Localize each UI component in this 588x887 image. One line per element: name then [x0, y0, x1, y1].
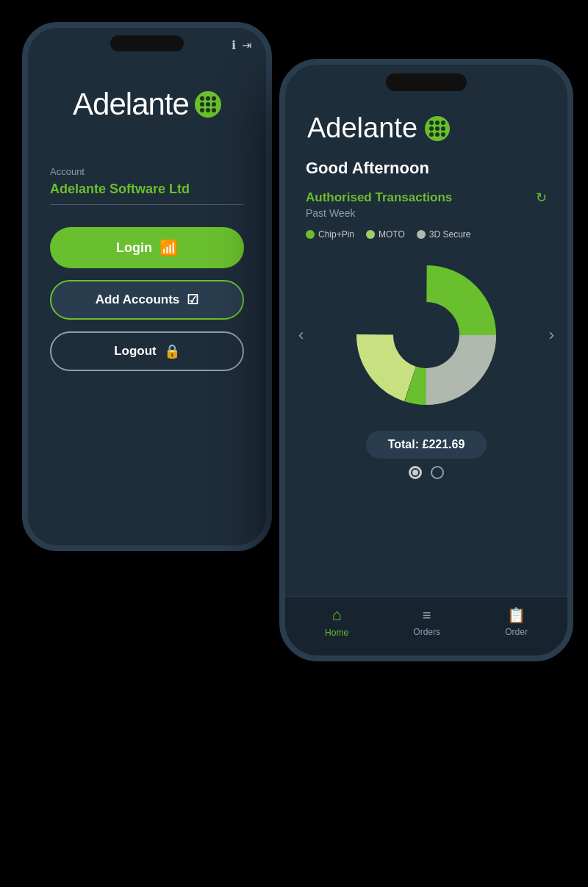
add-accounts-icon: ☑	[187, 292, 198, 308]
fingerprint-icon: 📶	[159, 239, 178, 256]
legend-3d-secure: 3D Secure	[417, 229, 471, 240]
dash-dot-6	[441, 126, 445, 131]
chart-container: ‹ ›	[306, 247, 547, 423]
dash-logo-dot-pattern	[429, 121, 445, 137]
dashboard-content: Good Afternoon Authorised Transactions ↻…	[285, 159, 567, 596]
3d-secure-label: 3D Secure	[429, 229, 471, 240]
section-title: Authorised Transactions	[306, 190, 452, 205]
dot-cell-7	[200, 108, 204, 112]
bottom-navigation: ⌂ Home ≡ Orders 📋 Order	[285, 596, 567, 656]
phone-login: ℹ ⇥ Adelante Account Adel	[22, 22, 272, 551]
dashboard-screen: Adelante Good Afternoon Authorised T	[285, 65, 567, 656]
chart-next-button[interactable]: ›	[549, 326, 554, 345]
greeting-text: Good Afternoon	[306, 159, 547, 178]
chart-prev-button[interactable]: ‹	[298, 326, 304, 345]
order-icon: 📋	[507, 606, 526, 624]
lock-icon: 🔒	[164, 343, 180, 359]
login-logo-area: Adelante	[73, 87, 221, 122]
dot-cell-6	[212, 102, 216, 107]
dot-cell-4	[200, 102, 204, 107]
login-button[interactable]: Login 📶	[50, 227, 244, 268]
login-button-label: Login	[116, 240, 152, 256]
login-logo-text: Adelante	[73, 87, 189, 122]
dot-cell-5	[206, 102, 210, 107]
dot-cell-2	[206, 96, 210, 101]
dash-dot-4	[429, 126, 434, 131]
account-name: Adelante Software Ltd	[50, 182, 244, 205]
logout-button[interactable]: Logout 🔒	[50, 331, 244, 371]
donut-hole	[394, 303, 459, 367]
moto-label: MOTO	[379, 229, 405, 240]
nav-order[interactable]: 📋 Order	[505, 606, 528, 637]
section-title-row: Authorised Transactions ↻	[306, 190, 547, 206]
login-logo-dot	[195, 91, 221, 118]
dash-dot-7	[429, 132, 434, 137]
nav-orders[interactable]: ≡ Orders	[413, 607, 440, 637]
total-badge: Total: £221.69	[366, 431, 487, 459]
dot-cell-8	[206, 108, 210, 112]
orders-label: Orders	[413, 627, 440, 637]
dash-dot-2	[435, 121, 440, 125]
logout-label: Logout	[114, 344, 157, 359]
section-subtitle: Past Week	[306, 207, 547, 219]
legend-moto: MOTO	[366, 229, 405, 240]
moto-dot	[366, 230, 375, 239]
chip-pin-label: Chip+Pin	[318, 229, 354, 240]
login-screen: Adelante Account Adelante Software Ltd	[28, 28, 266, 545]
chart-legend: Chip+Pin MOTO 3D Secure	[306, 229, 547, 240]
indicator-dot-1	[409, 466, 422, 479]
phone-front-notch	[386, 73, 467, 91]
page-indicator	[306, 466, 547, 479]
account-label: Account	[50, 166, 85, 177]
phone-back-notch	[110, 35, 184, 51]
info-icon: ℹ	[232, 38, 236, 52]
login-content: Account Adelante Software Ltd Login 📶 Ad…	[50, 166, 244, 371]
home-label: Home	[325, 628, 348, 638]
legend-chip-pin: Chip+Pin	[306, 229, 354, 240]
dash-dot-1	[429, 121, 434, 125]
dash-dot-8	[435, 132, 440, 137]
dot-cell-1	[200, 96, 204, 101]
status-icons: ℹ ⇥	[232, 38, 251, 52]
dash-dot-5	[435, 126, 440, 131]
home-icon: ⌂	[331, 606, 341, 625]
refresh-icon[interactable]: ↻	[536, 190, 547, 206]
dash-dot-9	[441, 132, 445, 137]
chip-pin-dot	[306, 230, 315, 239]
donut-chart	[345, 254, 507, 416]
indicator-dot-2	[431, 466, 444, 479]
dot-cell-9	[212, 108, 216, 112]
dash-logo-text: Adelante	[307, 112, 417, 144]
order-label: Order	[505, 627, 528, 637]
exit-icon: ⇥	[242, 38, 251, 52]
logo-dot-pattern	[200, 96, 216, 112]
3d-secure-dot	[417, 230, 426, 239]
phone-dashboard: Adelante Good Afternoon Authorised T	[279, 59, 573, 661]
add-accounts-button[interactable]: Add Accounts ☑	[50, 280, 244, 320]
nav-home[interactable]: ⌂ Home	[325, 606, 348, 638]
dash-logo-dot	[425, 116, 450, 141]
dash-dot-3	[441, 121, 445, 125]
dot-cell-3	[212, 96, 216, 101]
add-accounts-label: Add Accounts	[96, 292, 180, 307]
orders-icon: ≡	[423, 607, 431, 624]
